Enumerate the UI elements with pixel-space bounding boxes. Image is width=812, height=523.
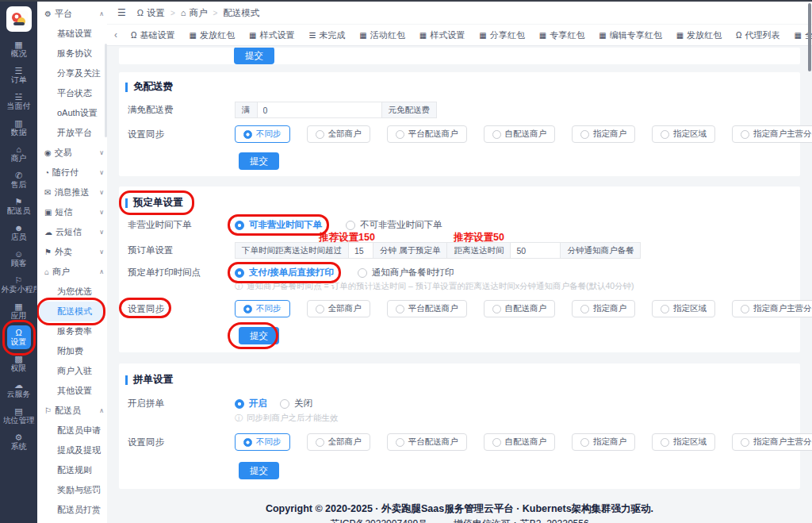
sidebar-item-service-agreement[interactable]: 服务协议 — [37, 44, 107, 63]
sidebar-scrollbar[interactable] — [105, 44, 107, 137]
tab-edit-exclusive-redpacket[interactable]: ▦编辑专享红包 — [599, 29, 661, 41]
radio-option-1[interactable]: 不可非营业时间下单 — [346, 219, 442, 231]
sync-option-1[interactable]: 全部商户 — [307, 433, 370, 451]
shade-icon: ▩ — [14, 354, 22, 363]
sidebar-item-label: 附加费 — [57, 345, 83, 357]
sidebar-item-recommended[interactable]: 为您优选 — [37, 282, 107, 302]
rail-item-data[interactable]: ▥数据 — [0, 114, 37, 140]
sync-option-6[interactable]: 指定商户主营分类 — [732, 300, 812, 317]
rail-item-face-pay[interactable]: ☱当面付 — [0, 88, 37, 114]
sidebar-item-merchant-entry[interactable]: 商户入驻 — [37, 361, 107, 381]
radio-option-1[interactable]: 通知商户备餐时打印 — [358, 267, 454, 279]
app-logo[interactable] — [6, 6, 32, 32]
sync-option-0[interactable]: 不同步 — [235, 125, 290, 143]
tab-scroll-left-icon[interactable]: ‹ — [114, 29, 117, 40]
sync-option-2[interactable]: 平台配送商户 — [387, 433, 467, 451]
sidebar-item-courier-tip[interactable]: 配送员打赏 — [37, 500, 107, 520]
sync-option-5[interactable]: 指定区域 — [652, 125, 715, 143]
radio-option-0[interactable]: 开启 — [235, 398, 267, 410]
sidebar-item-cloud-sms[interactable]: ☁云短信∨ — [37, 222, 107, 242]
sidebar-item-platform-status[interactable]: 平台状态 — [37, 83, 107, 103]
rail-item-settings[interactable]: Ω设置 — [0, 324, 37, 350]
breadcrumb-merchant[interactable]: 商户 — [190, 7, 208, 19]
sidebar-item-platform[interactable]: ⚙平台∧ — [37, 4, 107, 24]
sidebar-item-share-follow[interactable]: 分享及关注 — [37, 63, 107, 83]
sidebar-item-platform-basic[interactable]: 基础设置 — [37, 24, 107, 44]
sidebar-item-courier-apply[interactable]: 配送员申请 — [37, 421, 107, 440]
tab-unfinished[interactable]: ☰未完成 — [308, 29, 345, 41]
sync-option-5[interactable]: 指定区域 — [652, 433, 715, 451]
tab-send-redpacket-1[interactable]: ▦发放红包 — [189, 29, 234, 41]
radio-icon — [316, 438, 324, 447]
sidebar-item-reward-punishment[interactable]: 奖励与惩罚 — [37, 480, 107, 500]
value-input[interactable] — [510, 242, 561, 259]
tab-style-settings-2[interactable]: ▦样式设置 — [419, 29, 465, 41]
rail-item-overview[interactable]: ▦概况 — [0, 36, 37, 62]
rail-item-after-sales[interactable]: ✆售后 — [0, 167, 37, 193]
sync-option-4[interactable]: 指定商户 — [572, 433, 635, 451]
sidebar-item-sms[interactable]: ▣短信∨ — [37, 202, 107, 222]
sync-option-1[interactable]: 全部商户 — [307, 300, 370, 317]
tab-activity-redpacket[interactable]: ▦活动红包 — [359, 29, 404, 41]
collapse-sidebar-icon[interactable]: ☰ — [117, 7, 126, 18]
value-input[interactable] — [257, 102, 382, 118]
rail-item-apps[interactable]: ▦应用 — [0, 298, 37, 324]
sidebar-item-other-settings[interactable]: 其他设置 — [37, 381, 107, 401]
sync-option-2[interactable]: 平台配送商户 — [387, 300, 467, 317]
rail-item-courier[interactable]: ⚑配送员 — [0, 193, 37, 219]
rail-item-system[interactable]: ⚙系统 — [0, 429, 37, 455]
tab-send-redpacket-2[interactable]: ▦发放红包 — [676, 29, 722, 41]
sync-option-1[interactable]: 全部商户 — [307, 125, 370, 143]
submit-button[interactable]: 提交 — [239, 152, 279, 170]
sidebar-item-delivery-mode[interactable]: 配送模式 — [40, 302, 105, 321]
sync-option-6[interactable]: 指定商户主营分类 — [732, 125, 812, 143]
sync-option-6[interactable]: 指定商户主营分类 — [732, 433, 812, 451]
tab-share-redpacket[interactable]: ▦分享红包 — [479, 29, 524, 41]
sync-option-3[interactable]: 自配送商户 — [484, 300, 556, 317]
sync-option-4[interactable]: 指定商户 — [572, 125, 635, 143]
tab-style-settings-1[interactable]: ▦样式设置 — [249, 29, 294, 41]
sidebar-item-service-rate[interactable]: 服务费率 — [37, 321, 107, 341]
radio-icon — [346, 221, 355, 230]
value-input[interactable] — [348, 242, 373, 259]
submit-button[interactable]: 提交 — [239, 462, 279, 479]
submit-button[interactable]: 提交 — [239, 327, 279, 344]
sidebar-item-waimai[interactable]: ⚑外卖∨ — [37, 242, 107, 262]
rail-item-staff[interactable]: ☻店员 — [0, 219, 37, 245]
sidebar-item-oauth-settings[interactable]: oAuth设置 — [37, 103, 107, 123]
sidebar-item-surcharge[interactable]: 附加费 — [37, 341, 107, 361]
sync-option-5[interactable]: 指定区域 — [652, 300, 715, 317]
sync-option-3[interactable]: 自配送商户 — [484, 125, 556, 143]
info-icon: ⓘ — [235, 281, 243, 292]
rail-item-cloud-services[interactable]: ☁云服务 — [0, 376, 37, 402]
sidebar-item-open-platform[interactable]: 开放平台 — [37, 123, 107, 143]
sync-option-0[interactable]: 不同步 — [235, 300, 290, 317]
input-addon: 分钟通知商户备餐 — [560, 242, 641, 259]
tab-exclusive-redpacket[interactable]: ▦专享红包 — [539, 29, 584, 41]
sidebar-item-suixingpay[interactable]: ◔随行付∨ — [37, 163, 107, 183]
sidebar-item-message-push[interactable]: ✉消息推送∨ — [37, 183, 107, 202]
radio-option-1[interactable]: 关闭 — [280, 398, 312, 410]
sync-option-3[interactable]: 自配送商户 — [484, 433, 556, 451]
tab-agent-list[interactable]: Ω代理列表 — [736, 29, 779, 41]
rail-item-mini-program[interactable]: ⚐外卖小程序 — [0, 271, 37, 298]
submit-button[interactable]: 提交 — [234, 48, 274, 64]
tab-basic-settings-1[interactable]: Ω基础设置 — [131, 29, 174, 41]
rail-item-merchant[interactable]: ⌂商户 — [0, 140, 37, 167]
radio-option-0[interactable]: 可非营业时间下单 — [235, 219, 322, 231]
rail-item-permissions[interactable]: ▩权限 — [0, 350, 37, 376]
radio-option-0[interactable]: 支付/接单后直接打印 — [235, 267, 334, 279]
rail-item-customer[interactable]: ☺顾客 — [0, 245, 37, 271]
sidebar-item-trade[interactable]: ◉交易∨ — [37, 143, 107, 163]
sync-option-4[interactable]: 指定商户 — [572, 300, 635, 317]
sync-option-0[interactable]: 不同步 — [235, 433, 290, 451]
sidebar-item-commission-withdraw[interactable]: 提成及提现 — [37, 440, 107, 460]
rail-item-slot-management[interactable]: ▤坑位管理 — [0, 402, 37, 429]
breadcrumb-settings[interactable]: 设置 — [147, 7, 165, 19]
sidebar-item-delivery-rules[interactable]: 配送规则 — [37, 460, 107, 480]
vertical-scrollbar[interactable] — [808, 3, 811, 71]
sync-option-2[interactable]: 平台配送商户 — [387, 125, 467, 143]
rail-item-orders[interactable]: ☰订单 — [0, 62, 37, 88]
sidebar-item-merchant[interactable]: ⌂商户∧ — [37, 262, 107, 282]
sidebar-item-courier[interactable]: ⚐配送员∧ — [37, 401, 107, 421]
